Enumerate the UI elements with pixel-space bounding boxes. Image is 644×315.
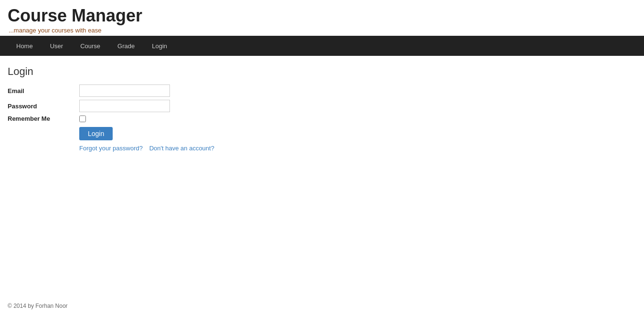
login-button-row: Login bbox=[79, 127, 636, 140]
site-title: Course Manager bbox=[8, 6, 636, 26]
main-content: Login Email Password Remember Me Login F… bbox=[0, 56, 644, 161]
nav-item-course[interactable]: Course bbox=[72, 38, 109, 54]
email-row: Email bbox=[8, 84, 636, 97]
nav-item-grade[interactable]: Grade bbox=[109, 38, 143, 54]
password-row: Password bbox=[8, 100, 636, 112]
remember-me-row: Remember Me bbox=[8, 115, 636, 122]
site-header: Course Manager ...manage your courses wi… bbox=[0, 0, 644, 36]
login-form: Email Password Remember Me Login Forgot … bbox=[8, 84, 636, 152]
nav-item-home[interactable]: Home bbox=[8, 38, 42, 54]
site-tagline: ...manage your courses with ease bbox=[9, 27, 636, 34]
remember-me-label: Remember Me bbox=[8, 115, 79, 122]
login-button[interactable]: Login bbox=[79, 127, 113, 140]
email-label: Email bbox=[8, 87, 79, 94]
nav-item-user[interactable]: User bbox=[42, 38, 72, 54]
password-input[interactable] bbox=[79, 100, 170, 112]
nav-item-login[interactable]: Login bbox=[143, 38, 176, 54]
password-label: Password bbox=[8, 103, 79, 110]
navbar: Home User Course Grade Login bbox=[0, 36, 644, 56]
remember-me-checkbox[interactable] bbox=[79, 116, 86, 122]
login-heading: Login bbox=[8, 65, 636, 78]
forgot-password-link[interactable]: Forgot your password? bbox=[79, 145, 143, 152]
no-account-link[interactable]: Don't have an account? bbox=[149, 145, 214, 152]
links-row: Forgot your password? Don't have an acco… bbox=[79, 144, 636, 152]
email-input[interactable] bbox=[79, 84, 170, 97]
links-separator bbox=[145, 144, 148, 152]
